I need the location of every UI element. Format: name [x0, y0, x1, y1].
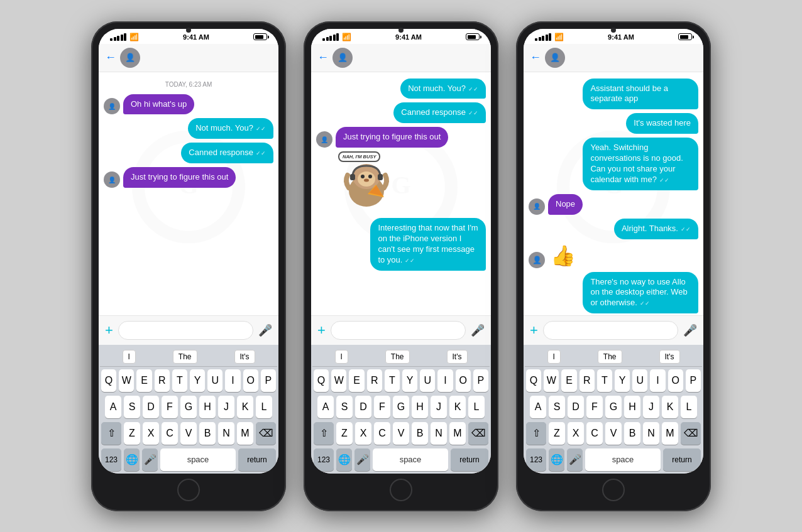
key-U[interactable]: U — [207, 369, 222, 392]
key-mic[interactable]: 🎤 — [567, 448, 583, 471]
key-O[interactable]: O — [243, 369, 258, 392]
key-X[interactable]: X — [355, 422, 371, 445]
key-K[interactable]: K — [237, 396, 253, 418]
key-S[interactable]: S — [549, 396, 565, 418]
key-S[interactable]: S — [336, 396, 353, 418]
key-⇧[interactable]: ⇧ — [101, 422, 121, 445]
key-H[interactable]: H — [199, 396, 216, 418]
key-space[interactable]: space — [160, 448, 236, 471]
key-⌫[interactable]: ⌫ — [681, 422, 701, 445]
key-M[interactable]: M — [449, 422, 466, 445]
key-Q[interactable]: Q — [526, 369, 541, 392]
message-input[interactable] — [331, 321, 466, 340]
home-button[interactable] — [177, 479, 200, 501]
key-L[interactable]: L — [681, 396, 697, 418]
key-R[interactable]: R — [155, 369, 170, 392]
key-A[interactable]: A — [530, 396, 546, 418]
key-H[interactable]: H — [412, 396, 428, 418]
key-T[interactable]: T — [385, 369, 400, 392]
key-W[interactable]: W — [331, 369, 346, 392]
key-E[interactable]: E — [136, 369, 151, 392]
key-A[interactable]: A — [105, 396, 121, 418]
key-return[interactable]: return — [663, 448, 701, 471]
key-R[interactable]: R — [580, 369, 595, 392]
predictive-word[interactable]: I — [547, 350, 561, 364]
key-L[interactable]: L — [256, 396, 272, 418]
key-T[interactable]: T — [597, 369, 612, 392]
key-globe[interactable]: 🌐 — [124, 448, 140, 471]
home-button[interactable] — [390, 479, 412, 501]
mic-button[interactable]: 🎤 — [471, 323, 485, 337]
key-B[interactable]: B — [624, 422, 640, 445]
key-Z[interactable]: Z — [124, 422, 140, 445]
key-E[interactable]: E — [561, 369, 576, 392]
key-D[interactable]: D — [355, 396, 371, 418]
key-⌫[interactable]: ⌫ — [468, 422, 488, 445]
add-button[interactable]: + — [105, 322, 113, 339]
key-space[interactable]: space — [373, 448, 448, 471]
key-N[interactable]: N — [643, 422, 659, 445]
key-V[interactable]: V — [605, 422, 622, 445]
key-⌫[interactable]: ⌫ — [256, 422, 276, 445]
key-R[interactable]: R — [367, 369, 382, 392]
add-button[interactable]: + — [317, 322, 326, 339]
key-⇧[interactable]: ⇧ — [314, 422, 334, 445]
key-globe[interactable]: 🌐 — [549, 448, 564, 471]
key-Q[interactable]: Q — [314, 369, 329, 392]
key-Y[interactable]: Y — [190, 369, 205, 392]
predictive-word[interactable]: It's — [447, 350, 468, 364]
key-N[interactable]: N — [431, 422, 447, 445]
key-mic[interactable]: 🎤 — [142, 448, 158, 471]
predictive-word[interactable]: I — [123, 350, 136, 364]
key-O[interactable]: O — [668, 369, 683, 392]
key-W[interactable]: W — [544, 369, 559, 392]
back-button[interactable]: ← — [105, 51, 116, 64]
key-U[interactable]: U — [632, 369, 647, 392]
mic-button[interactable]: 🎤 — [258, 323, 272, 337]
key-V[interactable]: V — [180, 422, 197, 445]
back-button[interactable]: ← — [530, 51, 541, 64]
key-D[interactable]: D — [568, 396, 584, 418]
key-J[interactable]: J — [643, 396, 659, 418]
key-N[interactable]: N — [218, 422, 234, 445]
key-K[interactable]: K — [449, 396, 466, 418]
key-globe[interactable]: 🌐 — [336, 448, 352, 471]
back-button[interactable]: ← — [317, 51, 329, 64]
key-A[interactable]: A — [317, 396, 334, 418]
key-return[interactable]: return — [451, 448, 488, 471]
key-M[interactable]: M — [237, 422, 253, 445]
predictive-word[interactable]: It's — [234, 350, 255, 364]
key-space[interactable]: space — [585, 448, 661, 471]
key-C[interactable]: C — [162, 422, 178, 445]
key-G[interactable]: G — [393, 396, 409, 418]
predictive-word[interactable]: The — [385, 350, 410, 364]
key-G[interactable]: G — [605, 396, 622, 418]
key-F[interactable]: F — [586, 396, 603, 418]
predictive-word[interactable]: I — [335, 350, 348, 364]
key-123[interactable]: 123 — [526, 448, 546, 471]
add-button[interactable]: + — [530, 322, 538, 339]
key-S[interactable]: S — [124, 396, 140, 418]
key-Y[interactable]: Y — [615, 369, 630, 392]
key-O[interactable]: O — [456, 369, 471, 392]
predictive-word[interactable]: It's — [659, 350, 680, 364]
key-C[interactable]: C — [374, 422, 390, 445]
message-input[interactable] — [118, 321, 253, 340]
home-button[interactable] — [602, 479, 625, 501]
key-Q[interactable]: Q — [101, 369, 116, 392]
key-⇧[interactable]: ⇧ — [526, 422, 546, 445]
key-C[interactable]: C — [586, 422, 603, 445]
predictive-word[interactable]: The — [173, 350, 197, 364]
key-K[interactable]: K — [662, 396, 678, 418]
predictive-word[interactable]: The — [598, 350, 622, 364]
key-P[interactable]: P — [686, 369, 701, 392]
key-P[interactable]: P — [473, 369, 488, 392]
key-B[interactable]: B — [412, 422, 428, 445]
key-return[interactable]: return — [238, 448, 276, 471]
key-Z[interactable]: Z — [549, 422, 565, 445]
mic-button[interactable]: 🎤 — [683, 323, 697, 337]
key-U[interactable]: U — [420, 369, 435, 392]
key-I[interactable]: I — [437, 369, 453, 392]
key-123[interactable]: 123 — [314, 448, 334, 471]
key-D[interactable]: D — [143, 396, 159, 418]
